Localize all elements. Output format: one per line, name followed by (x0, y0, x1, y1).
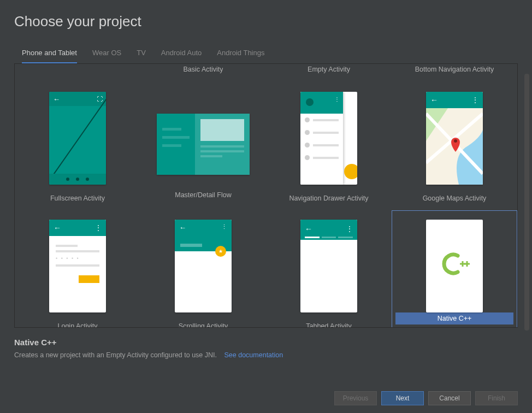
star-icon (215, 246, 226, 257)
overflow-icon: ⋮ (95, 224, 102, 232)
template-cell-tabbed-activity[interactable]: ← ⋮ Tabbed Activity (266, 210, 392, 328)
template-thumb (426, 220, 483, 312)
template-caption: Google Maps Activity (423, 185, 487, 202)
template-grid-container: Basic Activity Empty Activity Bottom Nav… (14, 63, 518, 328)
tab-tv[interactable]: TV (137, 49, 146, 63)
description-title: Native C++ (14, 338, 532, 347)
overflow-icon: ⋮ (221, 223, 227, 231)
template-thumb: ← ⋮ (175, 220, 232, 312)
description-body: Creates a new project with an Empty Acti… (14, 351, 217, 359)
template-thumb: ← ⛶ (49, 92, 106, 185)
back-arrow-icon: ← (53, 95, 60, 103)
page-title: Choose your project (14, 13, 532, 30)
back-arrow-icon: ← (179, 223, 186, 232)
back-arrow-icon: ← (430, 96, 438, 104)
fullscreen-icon: ⛶ (97, 96, 102, 102)
tab-wear-os[interactable]: Wear OS (92, 49, 121, 63)
wizard-header: Choose your project (0, 0, 532, 30)
vertical-scrollbar[interactable] (524, 74, 529, 331)
template-caption: Fullscreen Activity (50, 185, 105, 202)
next-button[interactable]: Next (381, 391, 424, 405)
template-thumb: ← ⋮ (300, 220, 357, 312)
template-caption: Scrolling Activity (179, 312, 228, 328)
template-grid: Basic Activity Empty Activity Bottom Nav… (15, 64, 517, 328)
template-cell-basic-activity[interactable]: Basic Activity (140, 64, 266, 79)
template-thumb (157, 92, 250, 175)
template-cell-empty-activity[interactable]: Empty Activity (266, 64, 392, 79)
template-cell-login-activity[interactable]: ← ⋮ • • • • • Login Activity (15, 210, 140, 328)
template-cell-fullscreen-activity[interactable]: ← ⛶ Fullscreen Activity (15, 82, 140, 207)
overflow-icon: ⋮ (346, 225, 353, 233)
back-arrow-icon: ← (54, 223, 61, 232)
cpp-logo-icon (439, 251, 470, 281)
overflow-icon: ⋮ (472, 96, 478, 104)
template-cell-partial-0[interactable] (15, 64, 140, 79)
template-thumb: ← ⋮ (426, 92, 483, 185)
finish-button[interactable]: Finish (475, 391, 518, 405)
description-text: Creates a new project with an Empty Acti… (14, 347, 532, 359)
form-factor-tabs: Phone and Tablet Wear OS TV Android Auto… (0, 30, 532, 63)
template-caption: Basic Activity (184, 64, 223, 74)
template-cell-google-maps-activity[interactable]: ← ⋮ (392, 82, 517, 207)
tab-phone-and-tablet[interactable]: Phone and Tablet (22, 49, 77, 63)
template-caption: Master/Detail Flow (175, 175, 232, 199)
wizard-buttons: Previous Next Cancel Finish (334, 391, 518, 405)
previous-button[interactable]: Previous (334, 391, 377, 405)
template-cell-bottom-navigation-activity[interactable]: Bottom Navigation Activity (392, 64, 517, 79)
template-caption: Bottom Navigation Activity (415, 64, 494, 74)
template-thumb: ⋮ (300, 92, 357, 185)
template-caption: Tabbed Activity (306, 312, 351, 328)
template-cell-native-cpp[interactable]: Native C++ (392, 210, 517, 328)
template-cell-navigation-drawer-activity[interactable]: ⋮ Navigation Drawer Activity (266, 82, 392, 207)
tab-android-things[interactable]: Android Things (217, 49, 264, 63)
svg-point-4 (454, 139, 457, 143)
cancel-button[interactable]: Cancel (428, 391, 471, 405)
see-documentation-link[interactable]: See documentation (224, 351, 283, 359)
map-icon (426, 108, 483, 185)
template-cell-scrolling-activity[interactable]: ← ⋮ Scrolling Activity (140, 210, 266, 328)
template-thumb: ← ⋮ • • • • • (49, 220, 106, 312)
tab-android-auto[interactable]: Android Auto (161, 49, 202, 63)
template-caption (76, 64, 78, 74)
template-cell-master-detail-flow[interactable]: Master/Detail Flow (140, 82, 266, 207)
back-arrow-icon: ← (305, 225, 312, 233)
template-description: Native C++ Creates a new project with an… (0, 328, 532, 359)
template-caption: Empty Activity (308, 64, 350, 74)
template-caption: Navigation Drawer Activity (289, 185, 368, 202)
template-caption: Native C++ (395, 312, 513, 324)
template-caption: Login Activity (58, 312, 98, 328)
